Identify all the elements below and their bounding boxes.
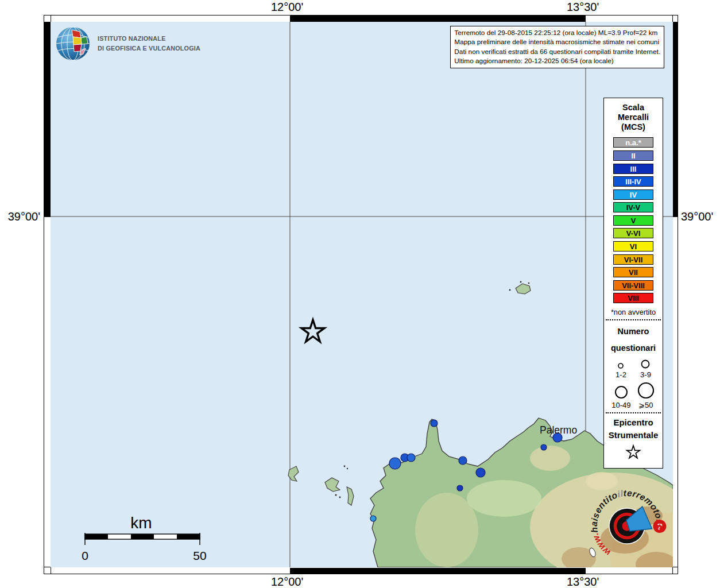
mcs-swatch-VII: VII [613, 267, 653, 277]
mcs-scale: n.a.*IIIIIIII-IVIVIV-VVV-VIVIVI-VIIVIIVI… [604, 137, 663, 303]
mcs-swatch-III: III [613, 164, 653, 174]
mcs-swatch-V-VI: V-VI [613, 228, 653, 238]
info-line-1: Terremoto del 29-08-2015 22:25:12 (ora l… [454, 28, 660, 37]
mcs-swatch-n-a-: n.a.* [613, 137, 653, 148]
divider [606, 319, 661, 320]
ingv-logo: ISTITUTO NAZIONALE DI GEOFISICA E VULCAN… [56, 26, 200, 61]
lon-label-bottom-1: 12°00' [271, 575, 303, 588]
divider [606, 412, 661, 413]
map-canvas: Palermo km 0 50 ? www.haisentitoilterrem… [51, 22, 673, 567]
mcs-swatch-VI: VI [613, 241, 653, 252]
frame-corner-br [672, 567, 678, 574]
lon-label-bottom-2: 13°30' [567, 575, 599, 588]
mcs-swatch-VI-VII: VI-VII [613, 254, 653, 265]
ingv-globe-icon [56, 26, 90, 61]
mcs-swatch-IV: IV [613, 189, 653, 200]
event-info-box: Terremoto del 29-08-2015 22:25:12 (ora l… [450, 26, 664, 68]
frame-band-right [672, 22, 678, 567]
scale-bar-start: 0 [82, 549, 88, 562]
lon-label-top-2: 13°30' [567, 1, 599, 14]
intensity-dot [431, 420, 438, 427]
questionnaire-title: Numero questionari [604, 323, 663, 357]
mcs-swatch-V: V [613, 215, 653, 226]
intensity-dot [389, 458, 401, 469]
info-line-3: Dati non verificati estratti da 66 quest… [454, 47, 660, 56]
legend-panel: Scala Mercalli (MCS) n.a.*IIIIIIII-IVIVI… [603, 98, 663, 469]
mcs-swatch-VII-VIII: VII-VIII [613, 280, 653, 291]
info-line-4: Ultimo aggiornamento: 20-12-2025 06:54 (… [454, 56, 660, 65]
mcs-swatch-IV-V: IV-V [613, 202, 653, 212]
lon-label-top-1: 12°00' [271, 1, 303, 14]
epicenter-star-icon [625, 444, 642, 461]
questionnaire-sizes-row2: 10-49 ⩾50 [604, 381, 663, 409]
intensity-dot [476, 468, 485, 477]
mcs-swatch-VIII: VIII [613, 293, 653, 303]
questionnaire-sizes-row1: 1-2 3-9 [604, 359, 663, 379]
epicenter-legend-title: Epicentro Strumentale [604, 416, 663, 442]
lat-label-left: 39°00' [0, 210, 40, 223]
intensity-dot [459, 457, 467, 465]
size-circle-10-49-icon [614, 385, 629, 400]
intensity-dot [457, 485, 463, 491]
frame-band-bottom [51, 567, 673, 574]
size-circle-50-icon [637, 381, 655, 400]
legend-footnote: *non avvertito [604, 308, 663, 316]
intensity-dot [370, 516, 376, 521]
city-label-palermo: Palermo [540, 424, 577, 436]
intensity-dot [407, 454, 415, 462]
ingv-name-line1: ISTITUTO NAZIONALE [98, 34, 200, 44]
info-line-2: Mappa preliminare delle intensità macros… [454, 37, 660, 47]
intensity-dot [541, 444, 547, 450]
ingv-name-line2: DI GEOFISICA E VULCANOLOGIA [98, 44, 200, 53]
scale-bar-end: 50 [193, 549, 206, 562]
mcs-swatch-III-IV: III-IV [613, 176, 653, 187]
size-circle-3-9-icon [640, 359, 651, 369]
size-circle-1-2-icon [617, 362, 624, 369]
lat-label-right: 39°00' [681, 210, 713, 223]
scale-bar-unit: km [130, 514, 152, 532]
legend-title: Scala Mercalli (MCS) [604, 103, 663, 132]
mcs-swatch-II: II [613, 150, 653, 161]
